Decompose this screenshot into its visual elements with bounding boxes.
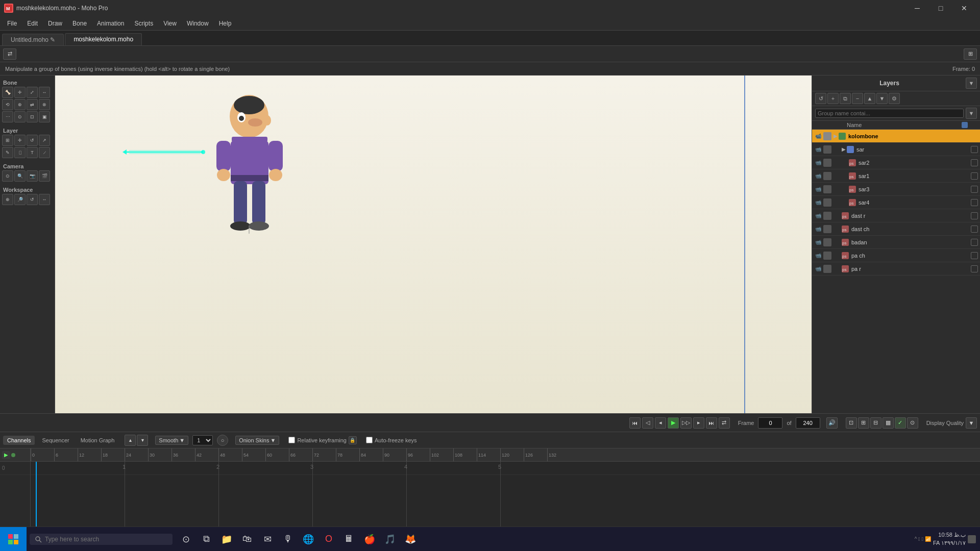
layer-row-dast-r[interactable]: 📹 ps dast r (812, 209, 980, 222)
layers-reset-icon[interactable]: ↺ (815, 93, 826, 104)
view-option-5[interactable]: ⊙ (907, 417, 918, 429)
taskbar-app1[interactable]: 🍎 (359, 527, 380, 552)
layer-tool-6[interactable]: ⌷ (14, 147, 26, 158)
view-option-2[interactable]: ⊞ (858, 417, 869, 429)
bone-tool-7[interactable]: ⇄ (27, 99, 38, 110)
prev-frame-button[interactable]: ◁ (642, 417, 653, 429)
workspace-tool-1[interactable]: ⊕ (2, 194, 13, 205)
layer-tool-3[interactable]: ↺ (27, 135, 38, 146)
notification-btn[interactable] (968, 535, 976, 543)
goto-start-button[interactable]: ⏮ (629, 417, 641, 429)
layer-tool-7[interactable]: T (27, 147, 38, 158)
total-frames-input[interactable] (796, 417, 820, 429)
camera-tool-4[interactable]: 🎬 (39, 170, 50, 182)
layer-check-sar4[interactable] (971, 199, 978, 206)
layer-row-badan[interactable]: 📹 ps badan (812, 236, 980, 249)
layer-vis-sar4[interactable] (823, 198, 831, 207)
taskbar-app2[interactable]: 🎵 (380, 527, 400, 552)
view-option-check[interactable]: ✓ (895, 417, 906, 429)
menu-edit[interactable]: Edit (22, 18, 43, 29)
layer-row-sar2[interactable]: 📹 ps sar2 (812, 156, 980, 169)
menu-help[interactable]: Help (214, 18, 237, 29)
layer-check-dast-ch[interactable] (971, 226, 978, 233)
layers-delete-icon[interactable]: − (852, 93, 863, 104)
layers-move-down-icon[interactable]: ▼ (876, 93, 888, 104)
layer-collapse-kolombone[interactable]: ▶ (834, 133, 838, 139)
tab-motion-graph[interactable]: Motion Graph (77, 436, 119, 445)
menu-bone[interactable]: Bone (67, 18, 92, 29)
workspace-tool-2[interactable]: 🔎 (14, 194, 26, 205)
layer-check-sar[interactable] (971, 146, 978, 153)
bone-tool-9[interactable]: ⋯ (2, 111, 13, 122)
menu-window[interactable]: Window (182, 18, 214, 29)
view-option-4[interactable]: ▦ (883, 417, 894, 429)
tab-sequencer[interactable]: Sequencer (38, 436, 73, 445)
start-button[interactable] (0, 527, 27, 552)
display-quality-dropdown[interactable]: ▼ (966, 417, 977, 429)
bone-tool-6[interactable]: ⊕ (14, 99, 26, 110)
layer-check-pa-r[interactable] (971, 265, 978, 272)
camera-tool-3[interactable]: 📷 (27, 170, 38, 182)
layers-settings-icon[interactable]: ⚙ (889, 93, 900, 104)
frame-current-input[interactable] (758, 417, 782, 429)
relative-keyframing-checkbox[interactable] (288, 437, 295, 443)
relative-keyframing-label[interactable]: Relative keyframing 🔒 (288, 436, 357, 444)
layer-vis-sar1[interactable] (823, 172, 831, 180)
smooth-dropdown[interactable]: Smooth ▼ (155, 436, 188, 445)
menu-file[interactable]: File (2, 18, 22, 29)
auto-freeze-label[interactable]: Auto-freeze keys (366, 437, 417, 443)
taskbar-calc[interactable]: 🖩 (339, 527, 359, 552)
layer-vis-sar3[interactable] (823, 185, 831, 193)
tl-arrow-up[interactable]: ▲ (125, 435, 136, 446)
goto-end-button[interactable]: ⏭ (706, 417, 717, 429)
tab-channels[interactable]: Channels (3, 436, 35, 445)
menu-scripts[interactable]: Scripts (129, 18, 158, 29)
camera-tool-2[interactable]: 🔍 (14, 170, 26, 182)
bone-tool-1[interactable]: 🦴 (2, 87, 13, 98)
layer-collapse-sar[interactable]: ▶ (842, 146, 846, 152)
layer-check-badan[interactable] (971, 239, 978, 246)
layer-row-kolombone[interactable]: 📹 ▶ kolombone (812, 130, 980, 143)
layer-check-sar2[interactable] (971, 159, 978, 166)
layers-collapse-btn[interactable]: ▼ (966, 78, 977, 89)
tl-arrow-down[interactable]: ▼ (137, 435, 148, 446)
layer-tool-2[interactable]: ✛ (14, 135, 26, 146)
onion-skins-dropdown[interactable]: Onion Skins ▼ (235, 436, 279, 445)
layer-vis-badan[interactable] (823, 238, 831, 246)
layer-check-sar3[interactable] (971, 186, 978, 193)
close-button[interactable]: ✕ (952, 0, 976, 16)
bone-tool-2[interactable]: ✛ (14, 87, 26, 98)
audio-button[interactable]: 🔊 (826, 417, 838, 429)
menu-view[interactable]: View (158, 18, 182, 29)
layer-row-sar4[interactable]: 📹 ps sar4 (812, 196, 980, 209)
layer-tool-8[interactable]: ⟋ (39, 147, 50, 158)
layer-vis-pa-r[interactable] (823, 265, 831, 273)
workspace-tool-4[interactable]: ↔ (39, 194, 50, 205)
taskbar-voice[interactable]: 🎙 (278, 527, 298, 552)
smooth-circle-btn[interactable]: ○ (217, 435, 228, 446)
layer-vis-sar2[interactable] (823, 159, 831, 167)
fast-forward-button[interactable]: ▷▷ (680, 417, 692, 429)
toolbar-swap-icon[interactable]: ⇄ (3, 48, 16, 60)
bone-tool-12[interactable]: ▣ (39, 111, 50, 122)
tab-untitled[interactable]: Untitled.moho ✎ (2, 34, 64, 45)
view-option-1[interactable]: ⊡ (846, 417, 857, 429)
prev-key-button[interactable]: ◂ (655, 417, 666, 429)
workspace-tool-3[interactable]: ↺ (27, 194, 38, 205)
bone-tool-4[interactable]: ↔ (39, 87, 50, 98)
layers-add-icon[interactable]: + (827, 93, 839, 104)
taskbar-cortana[interactable]: ⊙ (176, 527, 196, 552)
layers-filter-dropdown[interactable]: ▼ (966, 108, 977, 119)
camera-tool-1[interactable]: ⊙ (2, 170, 13, 182)
taskbar-mail[interactable]: ✉ (257, 527, 278, 552)
layers-duplicate-icon[interactable]: ⧉ (840, 93, 851, 104)
layer-check-pa-ch[interactable] (971, 252, 978, 259)
taskbar-explorer[interactable]: 📁 (216, 527, 237, 552)
ruler-play-btn[interactable]: ▶ (2, 451, 10, 459)
menu-animation[interactable]: Animation (92, 18, 129, 29)
smooth-value-select[interactable]: 1 2 3 (192, 435, 213, 445)
layer-tool-4[interactable]: ↗ (39, 135, 50, 146)
layers-filter-input[interactable] (815, 109, 964, 118)
layer-vis-sar[interactable] (823, 145, 831, 154)
taskbar-search-input[interactable] (45, 536, 157, 543)
